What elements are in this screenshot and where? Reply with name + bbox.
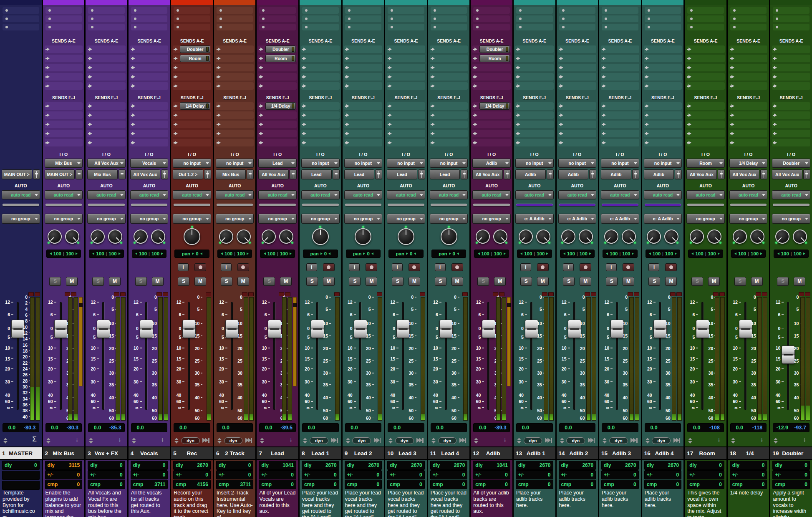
pan-knob-left[interactable] — [604, 229, 618, 244]
pan-value-display[interactable]: 100|100 — [474, 250, 509, 258]
send-slot[interactable] — [216, 111, 254, 119]
group-selector[interactable]: c: A Adlib — [644, 214, 682, 224]
send-slot[interactable] — [301, 121, 340, 128]
pan-value-display[interactable]: 100|100 — [89, 250, 124, 258]
automation-mode-selector[interactable]: auto read — [387, 190, 425, 199]
solo-button[interactable]: S — [49, 277, 61, 286]
insert-slot[interactable] — [217, 15, 253, 22]
send-button[interactable]: 1/4 Delay — [265, 102, 296, 110]
track-name[interactable]: 1MASTER — [0, 446, 42, 460]
send-slot[interactable] — [258, 73, 297, 81]
send-slot[interactable]: 1/4 Delay — [173, 102, 211, 110]
output-fader-icon[interactable] — [418, 169, 425, 179]
insert-slot[interactable] — [345, 24, 382, 30]
send-slot[interactable] — [344, 64, 383, 71]
output-selector[interactable]: Lead — [301, 169, 332, 179]
insert-slot[interactable] — [687, 15, 724, 22]
automation-mode-selector[interactable]: auto read — [344, 190, 383, 199]
fader-value-display[interactable]: 0.0 — [217, 423, 253, 432]
fader-value-display[interactable]: 0.0 — [431, 423, 467, 432]
input-selector[interactable]: no input — [344, 159, 383, 168]
fader-value-display[interactable]: -12.9-93.7 — [773, 423, 809, 432]
mute-button[interactable]: M — [665, 277, 677, 286]
pan-value-display[interactable]: pan0 — [388, 250, 424, 258]
fader-value-display[interactable]: 0.0-89.3 — [473, 423, 510, 432]
track-height-arrows-icon[interactable] — [603, 438, 607, 444]
track-height-arrows-icon[interactable] — [731, 438, 735, 444]
record-enable-button[interactable] — [665, 263, 677, 271]
send-slot[interactable] — [644, 130, 682, 137]
fader-track[interactable] — [402, 302, 404, 410]
fader-value-display[interactable]: 0.0-80.3 — [3, 423, 39, 432]
automation-mode-selector[interactable]: auto read — [45, 190, 83, 199]
output-fader-icon[interactable] — [461, 169, 468, 179]
mute-button[interactable]: M — [751, 277, 763, 286]
dyn-button[interactable]: dyn — [181, 437, 200, 444]
track-name[interactable]: 3Vox + FX — [86, 446, 127, 460]
send-slot[interactable] — [558, 73, 597, 81]
send-slot[interactable] — [130, 45, 169, 53]
automation-mode-selector[interactable]: auto read — [686, 190, 725, 199]
send-slot[interactable]: 1/4 Delay — [258, 102, 297, 110]
send-slot[interactable] — [515, 64, 554, 71]
send-slot[interactable] — [130, 139, 169, 146]
send-slot[interactable] — [258, 64, 297, 71]
output-window-arrow-icon[interactable]: ↓ — [803, 436, 806, 443]
output-selector[interactable]: Adlib — [558, 169, 589, 179]
record-enable-button[interactable] — [366, 263, 377, 271]
send-slot[interactable] — [772, 130, 810, 137]
output-selector[interactable]: Mix Bus — [216, 169, 246, 179]
output-fader-icon[interactable] — [547, 169, 554, 179]
track-name[interactable]: 5Rec — [171, 446, 213, 460]
send-slot[interactable] — [601, 64, 639, 71]
send-slot[interactable] — [87, 111, 126, 119]
send-slot[interactable] — [644, 102, 682, 110]
send-slot[interactable] — [601, 55, 639, 62]
send-slot[interactable] — [301, 102, 340, 110]
output-window-arrow-icon[interactable]: ↓ — [503, 436, 507, 443]
pan-knob-right[interactable] — [622, 229, 636, 244]
pan-knob[interactable] — [398, 228, 414, 245]
group-selector[interactable]: c: A Adlib — [515, 214, 554, 224]
insert-slot[interactable] — [302, 15, 339, 22]
send-slot[interactable] — [515, 45, 554, 53]
pan-value-display[interactable]: 100|100 — [774, 250, 809, 258]
input-selector[interactable]: Doubler — [772, 159, 810, 168]
send-slot[interactable] — [430, 139, 468, 146]
pan-knob-left[interactable] — [733, 229, 747, 244]
send-slot[interactable] — [45, 55, 83, 62]
pan-value-display[interactable]: 100|100 — [132, 250, 167, 258]
track-comment[interactable]: Place your lead vocal tracks here and th… — [343, 488, 384, 517]
insert-slot[interactable] — [559, 24, 596, 30]
send-slot[interactable] — [430, 45, 468, 53]
input-monitor-button[interactable]: I — [648, 263, 659, 271]
fader-value-display[interactable]: 0.0-108 — [687, 423, 724, 432]
group-selector[interactable]: no group — [772, 214, 810, 224]
fader-track[interactable] — [145, 302, 147, 410]
output-fader-icon[interactable] — [760, 169, 767, 179]
input-monitor-button[interactable]: I — [392, 263, 403, 271]
output-fader-icon[interactable] — [33, 169, 40, 179]
automation-mode-selector[interactable]: auto read — [430, 190, 468, 199]
mute-button[interactable]: M — [152, 277, 164, 286]
insert-slot[interactable] — [302, 7, 339, 14]
send-slot[interactable] — [515, 121, 554, 128]
send-slot[interactable] — [515, 73, 554, 81]
insert-slot[interactable] — [516, 7, 553, 14]
track-height-arrows-icon[interactable] — [560, 438, 564, 444]
track-comment[interactable]: Place your adlib tracks here. — [599, 488, 641, 517]
send-slot[interactable] — [729, 82, 768, 90]
send-slot[interactable] — [173, 139, 211, 146]
solo-button[interactable]: S — [606, 277, 618, 286]
send-slot[interactable] — [344, 102, 383, 110]
send-button[interactable]: Doubler — [479, 45, 510, 53]
send-slot[interactable] — [216, 121, 254, 128]
send-slot[interactable] — [644, 121, 682, 128]
output-window-arrow-icon[interactable]: ↓ — [760, 436, 763, 443]
pan-value-display[interactable]: pan0 — [346, 250, 381, 258]
track-height-arrows-icon[interactable] — [46, 438, 50, 444]
send-slot[interactable] — [387, 73, 425, 81]
dyn-button[interactable]: dyn — [438, 437, 457, 444]
send-slot[interactable] — [344, 55, 383, 62]
insert-slot[interactable] — [174, 24, 210, 30]
